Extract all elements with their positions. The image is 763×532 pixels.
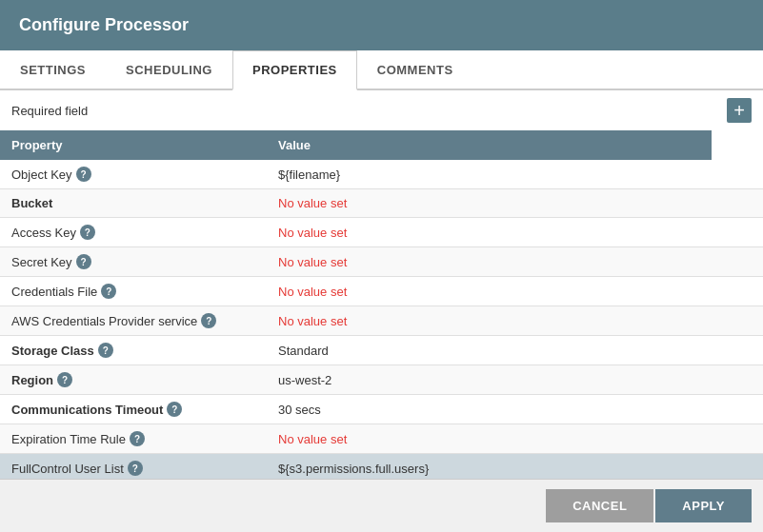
help-icon[interactable]: ? xyxy=(80,225,95,240)
property-value: us-west-2 xyxy=(267,365,712,395)
table-row[interactable]: Access Key?No value set xyxy=(0,218,763,247)
property-value: No value set xyxy=(267,424,712,454)
property-name: Credentials File xyxy=(11,285,97,299)
properties-table-container: Property Value Object Key?${filename}Buc… xyxy=(0,130,763,479)
configure-processor-dialog: Configure Processor SETTINGS SCHEDULING … xyxy=(0,0,763,532)
help-icon[interactable]: ? xyxy=(76,167,91,182)
table-row[interactable]: FullControl User List?${s3.permissions.f… xyxy=(0,454,763,480)
property-extra xyxy=(712,247,763,277)
table-row[interactable]: Storage Class?Standard xyxy=(0,336,763,365)
property-value: No value set xyxy=(267,306,712,336)
property-extra xyxy=(712,277,763,306)
table-row[interactable]: Secret Key?No value set xyxy=(0,247,763,277)
property-extra xyxy=(712,160,763,189)
property-extra xyxy=(712,218,763,247)
dialog-title: Configure Processor xyxy=(19,15,189,34)
help-icon[interactable]: ? xyxy=(57,372,72,387)
property-name: Secret Key xyxy=(11,255,72,269)
table-row[interactable]: Region?us-west-2 xyxy=(0,365,763,395)
help-icon[interactable]: ? xyxy=(98,343,113,358)
cancel-button[interactable]: CANCEL xyxy=(546,489,653,522)
help-icon[interactable]: ? xyxy=(201,313,216,328)
help-icon[interactable]: ? xyxy=(101,284,116,299)
property-extra xyxy=(712,365,763,395)
property-name: Communications Timeout xyxy=(11,403,163,417)
property-name: Access Key xyxy=(11,226,76,240)
property-extra xyxy=(712,454,763,480)
property-value: No value set xyxy=(267,277,712,306)
property-name: Expiration Time Rule xyxy=(11,432,126,446)
properties-table: Property Value Object Key?${filename}Buc… xyxy=(0,130,763,479)
required-field-bar: Required field + xyxy=(0,90,763,130)
tab-bar: SETTINGS SCHEDULING PROPERTIES COMMENTS xyxy=(0,50,763,90)
column-header-value: Value xyxy=(267,130,712,160)
property-name: FullControl User List xyxy=(11,462,124,476)
property-extra xyxy=(712,395,763,424)
table-header-row: Property Value xyxy=(0,130,763,160)
tab-content: Required field + Property Value Object K… xyxy=(0,90,763,479)
property-value: Standard xyxy=(267,336,712,365)
property-value: ${filename} xyxy=(267,160,712,189)
property-name: Bucket xyxy=(11,196,52,210)
dialog-header: Configure Processor xyxy=(0,0,763,50)
tab-scheduling[interactable]: SCHEDULING xyxy=(106,50,232,89)
property-name: AWS Credentials Provider service xyxy=(11,314,197,328)
help-icon[interactable]: ? xyxy=(128,461,143,476)
property-extra xyxy=(712,189,763,218)
tab-comments[interactable]: COMMENTS xyxy=(357,50,473,89)
tab-properties[interactable]: PROPERTIES xyxy=(232,50,357,90)
property-value: No value set xyxy=(267,189,712,218)
column-header-property: Property xyxy=(0,130,267,160)
property-value: ${s3.permissions.full.users} xyxy=(267,454,712,480)
property-value: 30 secs xyxy=(267,395,712,424)
tab-settings[interactable]: SETTINGS xyxy=(0,50,106,89)
property-extra xyxy=(712,424,763,454)
help-icon[interactable]: ? xyxy=(76,254,91,269)
help-icon[interactable]: ? xyxy=(130,431,145,446)
table-row[interactable]: AWS Credentials Provider service?No valu… xyxy=(0,306,763,336)
property-value: No value set xyxy=(267,218,712,247)
apply-button[interactable]: APPLY xyxy=(655,489,752,522)
property-name: Region xyxy=(11,373,53,387)
add-property-button[interactable]: + xyxy=(727,98,752,123)
help-icon[interactable]: ? xyxy=(167,402,182,417)
property-extra xyxy=(712,336,763,365)
required-field-label: Required field xyxy=(11,104,88,118)
dialog-footer: CANCEL APPLY xyxy=(0,479,763,532)
table-row[interactable]: Object Key?${filename} xyxy=(0,160,763,189)
property-value: No value set xyxy=(267,247,712,277)
table-row[interactable]: Expiration Time Rule?No value set xyxy=(0,424,763,454)
property-extra xyxy=(712,306,763,336)
property-name: Object Key xyxy=(11,167,72,182)
property-name: Storage Class xyxy=(11,344,94,358)
table-row[interactable]: BucketNo value set xyxy=(0,189,763,218)
table-row[interactable]: Credentials File?No value set xyxy=(0,277,763,306)
table-body: Object Key?${filename}BucketNo value set… xyxy=(0,160,763,479)
table-row[interactable]: Communications Timeout?30 secs xyxy=(0,395,763,424)
